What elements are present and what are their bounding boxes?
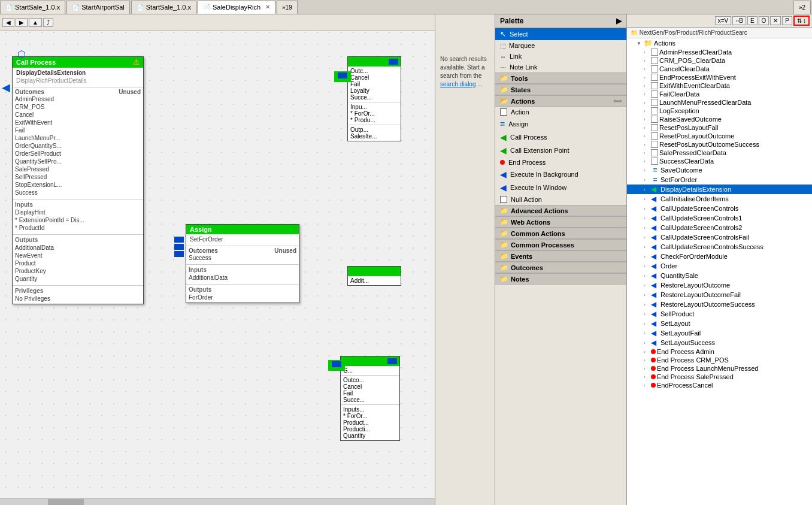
tree-item-end-crmpos[interactable]: › End Process CRM_POS — [627, 356, 812, 364]
palette-group-states[interactable]: 📁 States — [495, 84, 626, 95]
item-label-callupdatescr: CallUpdateScreenControls — [660, 205, 738, 212]
tree-item-callupdatescrsuccess[interactable]: › ◀ CallUpdateScreenControlsSuccess — [627, 242, 812, 252]
tab-startairport[interactable]: 📄 StartAirportSal — [66, 1, 130, 14]
tree-item-order[interactable]: › ◀ Order — [627, 261, 812, 271]
tree-item-endprocess[interactable]: › EndProcessExitWithEvent — [627, 73, 812, 81]
palette-note-link[interactable]: ⋯ Note Link — [495, 62, 626, 72]
tab-close-button[interactable]: ✕ — [265, 4, 270, 10]
palette-assign[interactable]: = Assign — [495, 117, 626, 131]
tree-item-callupdatescrfail[interactable]: › ◀ CallUpdateScreenControlsFail — [627, 232, 812, 242]
canvas-up-btn[interactable]: ▲ — [29, 18, 42, 27]
tree-item-successclear[interactable]: › SuccessClearData — [627, 157, 812, 165]
right-node-3[interactable]: G... Outco... Cancel Fail Succe... Input… — [340, 356, 400, 441]
tree-item-raisesaved[interactable]: › RaiseSavedOutcome — [627, 115, 812, 123]
item-label-resetpos-fail: ResetPosLayoutFail — [659, 124, 718, 131]
palette-exec-bg[interactable]: ◀ Execute In Background — [495, 168, 626, 181]
tree-item-saveoutcome[interactable]: › = SaveOutcome — [627, 165, 812, 175]
canvas-area[interactable]: ◀ ▶ ▲ ⤴ ◀ ⬡ Call Process ⚠ DisplayDetail… — [0, 14, 435, 505]
tree-item-restorelayoutfail[interactable]: › ◀ RestoreLayoutOutcomeFail — [627, 290, 812, 300]
toolbar-x-btn[interactable]: ✕ — [770, 16, 781, 25]
toolbar-p-btn[interactable]: P — [782, 16, 792, 25]
tree-actions-folder[interactable]: ▼ 📁 Actions — [627, 38, 812, 48]
tree-item-failclear[interactable]: › FailClearData — [627, 90, 812, 98]
tree-item-setlayoutsuccess[interactable]: › ◀ SetLayoutSuccess — [627, 338, 812, 347]
tab-saledisplayrich[interactable]: 📄 SaleDisplayRich ✕ — [198, 1, 275, 14]
tree-item-restorelayout[interactable]: › ◀ RestoreLayoutOutcome — [627, 280, 812, 290]
palette-group-web[interactable]: 📁 Web Actions — [495, 216, 626, 228]
tree-item-logexception[interactable]: › LogException — [627, 107, 812, 115]
tree-item-crmpos[interactable]: › CRM_POS_ClearData — [627, 56, 812, 65]
toolbar-e-btn[interactable]: E — [747, 16, 758, 25]
palette-expand-icon[interactable]: ▶ — [616, 17, 622, 25]
call-process-node[interactable]: ◀ ⬡ Call Process ⚠ DisplayDetailsExtensi… — [12, 56, 144, 304]
tree-item-callupdatescr[interactable]: › ◀ CallUpdateScreenControls — [627, 204, 812, 213]
right-node-2[interactable]: Addit... — [347, 266, 401, 286]
palette-group-events[interactable]: 📁 Events — [495, 250, 626, 262]
status-content: No search results available. Start a sea… — [440, 55, 490, 89]
right-tree[interactable]: ▼ 📁 Actions › AdminPressedClearData › CR… — [627, 38, 812, 505]
canvas-forward-btn[interactable]: ▶ — [16, 18, 28, 27]
tab-icon-4: 📄 — [203, 4, 210, 10]
tab-startsale-1[interactable]: 📄 StartSale_1.0.x — [0, 1, 65, 14]
tree-item-end-admin[interactable]: › End Process Admin — [627, 347, 812, 356]
palette-group-tools[interactable]: 📁 Tools — [495, 72, 626, 84]
item-expand-3: › — [644, 66, 650, 72]
tree-item-end-launchmenu[interactable]: › End Process LaunchMenuPressed — [627, 364, 812, 373]
call-process-header: Call Process ⚠ — [13, 57, 143, 68]
palette-group-actions[interactable]: 📂 Actions ⟺ — [495, 95, 626, 107]
assign-node[interactable]: Assign SetForOrder Outcomes Unused Succe… — [186, 224, 299, 303]
palette-call-process[interactable]: ◀ Call Process — [495, 131, 626, 144]
tree-item-resetpos[interactable]: › ResetPosLayoutOutcome — [627, 132, 812, 140]
tree-item-end-salepressed[interactable]: › End Process SalePressed — [627, 373, 812, 381]
canvas-back-btn[interactable]: ◀ — [2, 18, 14, 27]
palette-null-action[interactable]: Null Action — [495, 194, 626, 205]
palette-select[interactable]: ↖ Select — [495, 28, 626, 40]
search-dialog-link[interactable]: search dialog — [440, 81, 475, 87]
tab-startsale-2[interactable]: 📄 StartSale_1.0.x — [131, 1, 196, 14]
tree-item-setlayoutfail[interactable]: › ◀ SetLayoutFail — [627, 328, 812, 338]
tree-item-adminpressed[interactable]: › AdminPressedClearData — [627, 48, 812, 56]
palette-group-outcomes[interactable]: 📁 Outcomes — [495, 262, 626, 273]
palette-group-notes[interactable]: 📁 Notes — [495, 273, 626, 285]
sort-controls[interactable]: ⇅ ↕ — [793, 16, 810, 26]
tab-overflow-1[interactable]: »19 — [277, 1, 298, 14]
palette-action[interactable]: Action — [495, 107, 626, 117]
toolbar-xv-btn[interactable]: x=V — [715, 16, 732, 25]
palette-end-process[interactable]: End Process — [495, 157, 626, 168]
toolbar-b-btn[interactable]: ○B — [732, 16, 746, 25]
toolbar-o-btn[interactable]: O — [759, 16, 769, 25]
tree-item-sellproduct[interactable]: › ◀ SellProduct — [627, 309, 812, 319]
rn3-success: Succe... — [343, 397, 397, 403]
tree-item-displaydetails[interactable]: › ◀ DisplayDetailsExtension — [627, 185, 812, 194]
tab-overflow-2[interactable]: »2 — [793, 1, 811, 14]
palette-group-advanced[interactable]: 📁 Advanced Actions — [495, 205, 626, 216]
canvas-export-btn[interactable]: ⤴ — [43, 18, 53, 27]
palette-call-ext-point[interactable]: ◀ Call Extension Point — [495, 144, 626, 157]
tree-item-qtysale[interactable]: › ◀ QuantitySale — [627, 271, 812, 280]
palette-group-common-actions[interactable]: 📁 Common Actions — [495, 228, 626, 239]
tree-item-resetpos-fail[interactable]: › ResetPosLayoutFail — [627, 123, 812, 132]
tree-item-end-cancel[interactable]: › EndProcessCancel — [627, 381, 812, 389]
tree-item-exitwith[interactable]: › ExitWithEventClearData — [627, 81, 812, 90]
tree-item-restorelayoutsuccess[interactable]: › ◀ RestoreLayoutOutcomeSuccess — [627, 300, 812, 309]
assign-header: Assign — [186, 225, 299, 234]
tree-item-callupdatescr1[interactable]: › ◀ CallUpdateScreenControls1 — [627, 213, 812, 223]
tree-item-cancel[interactable]: › CancelClearData — [627, 65, 812, 73]
tree-item-launchmenu[interactable]: › LaunchMenuPressedClearData — [627, 98, 812, 107]
tree-item-setlayout[interactable]: › ◀ SetLayout — [627, 319, 812, 328]
palette-scroll[interactable]: ↖ Select ⬚ Marquee ↔ Link ⋯ Note Link 📁 … — [495, 28, 626, 505]
canvas-scrollbar[interactable] — [0, 498, 435, 505]
tree-item-salepressed[interactable]: › SalePressedClearData — [627, 149, 812, 157]
tree-item-resetpos-success[interactable]: › ResetPosLayoutOutcomeSuccess — [627, 140, 812, 149]
right-node-1[interactable]: Outc... Cancel Fail Loyalty Succe... Inp… — [347, 56, 401, 141]
tree-item-callinit[interactable]: › ◀ CallInitialiseOrderItems — [627, 194, 812, 204]
tools-group-label: Tools — [511, 75, 528, 82]
tree-item-checkfororder[interactable]: › ◀ CheckForOrderModule — [627, 252, 812, 261]
tree-item-callupdatescr2[interactable]: › ◀ CallUpdateScreenControls2 — [627, 223, 812, 232]
scrollbar-thumb[interactable] — [48, 499, 84, 505]
palette-group-common-processes[interactable]: 📁 Common Processes — [495, 239, 626, 250]
palette-link[interactable]: ↔ Link — [495, 51, 626, 62]
palette-marquee[interactable]: ⬚ Marquee — [495, 40, 626, 51]
palette-exec-window[interactable]: ◀ Execute In Window — [495, 181, 626, 194]
tree-item-setfororder[interactable]: › = SetForOrder — [627, 175, 812, 185]
